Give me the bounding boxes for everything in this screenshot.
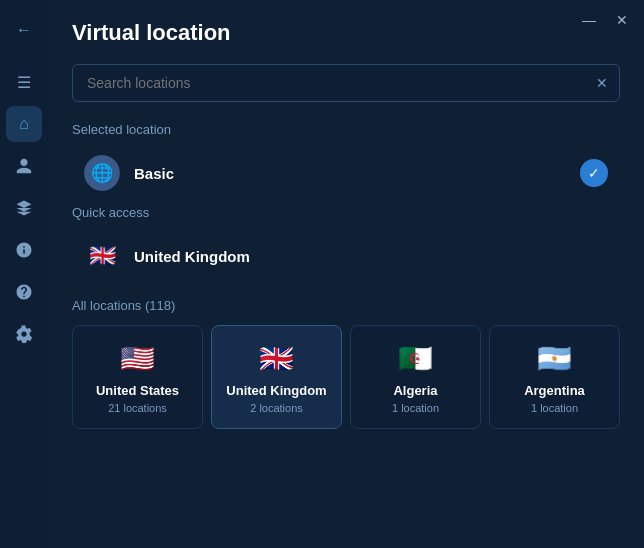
location-card-0[interactable]: 🇺🇸 United States 21 locations <box>72 325 203 429</box>
quick-access-flag: 🇬🇧 <box>84 238 120 274</box>
location-flag-3: 🇦🇷 <box>537 342 572 375</box>
page-title: Virtual location <box>72 20 620 46</box>
location-card-1[interactable]: 🇬🇧 United Kingdom 2 locations <box>211 325 342 429</box>
settings-icon[interactable] <box>6 316 42 352</box>
search-input[interactable] <box>72 64 620 102</box>
basic-flag-icon: 🌐 <box>84 155 120 191</box>
home-icon[interactable]: ⌂ <box>6 106 42 142</box>
clear-search-icon[interactable]: ✕ <box>596 75 608 91</box>
location-count-0: 21 locations <box>108 402 167 414</box>
location-count-1: 2 locations <box>250 402 303 414</box>
sidebar: ← ☰ ⌂ <box>0 0 48 548</box>
titlebar-buttons: — ✕ <box>576 10 634 30</box>
location-name-2: Algeria <box>393 383 437 398</box>
location-name-1: United Kingdom <box>226 383 326 398</box>
location-flag-2: 🇩🇿 <box>398 342 433 375</box>
main-content: — ✕ Virtual location ✕ Selected location… <box>48 0 644 548</box>
menu-icon[interactable]: ☰ <box>6 64 42 100</box>
close-button[interactable]: ✕ <box>610 10 634 30</box>
location-name-0: United States <box>96 383 179 398</box>
location-card-2[interactable]: 🇩🇿 Algeria 1 location <box>350 325 481 429</box>
quick-access-row[interactable]: 🇬🇧 United Kingdom <box>72 230 620 282</box>
location-flag-0: 🇺🇸 <box>120 342 155 375</box>
layers-icon[interactable] <box>6 190 42 226</box>
location-card-3[interactable]: 🇦🇷 Argentina 1 location <box>489 325 620 429</box>
user-icon[interactable] <box>6 148 42 184</box>
back-icon[interactable]: ← <box>6 12 42 48</box>
locations-grid: 🇺🇸 United States 21 locations 🇬🇧 United … <box>72 325 620 429</box>
selected-location-label: Selected location <box>72 122 620 137</box>
location-name-3: Argentina <box>524 383 585 398</box>
selected-checkmark-icon: ✓ <box>580 159 608 187</box>
location-count-3: 1 location <box>531 402 578 414</box>
help-icon[interactable] <box>6 274 42 310</box>
search-container: ✕ <box>72 64 620 102</box>
selected-location-row[interactable]: 🌐 Basic ✓ <box>72 147 620 199</box>
minimize-button[interactable]: — <box>576 10 602 30</box>
quick-access-label: Quick access <box>72 205 620 220</box>
location-flag-1: 🇬🇧 <box>259 342 294 375</box>
selected-location-flag: 🌐 <box>84 155 120 191</box>
info-icon[interactable] <box>6 232 42 268</box>
all-locations-label: All locations (118) <box>72 298 620 313</box>
location-count-2: 1 location <box>392 402 439 414</box>
selected-location-name: Basic <box>134 165 580 182</box>
quick-access-name: United Kingdom <box>134 248 608 265</box>
